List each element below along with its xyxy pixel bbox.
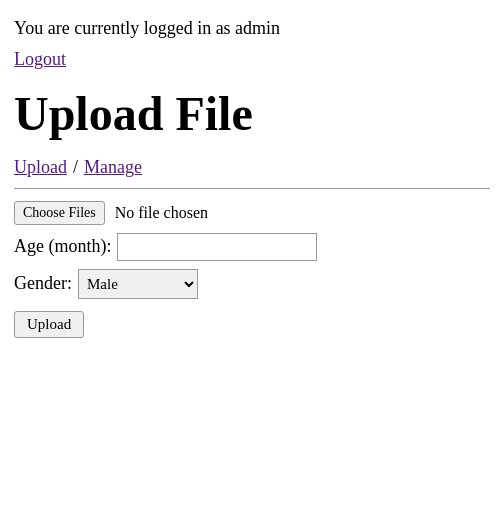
gender-field-row: Gender: Male Female (14, 269, 490, 299)
breadcrumb-upload-link[interactable]: Upload (14, 157, 67, 178)
age-field-row: Age (month): (14, 233, 490, 261)
breadcrumb-manage-link[interactable]: Manage (84, 157, 142, 178)
gender-select[interactable]: Male Female (78, 269, 198, 299)
gender-label: Gender: (14, 273, 72, 294)
breadcrumb-separator: / (73, 157, 78, 178)
no-file-label: No file chosen (115, 204, 208, 222)
page-title: Upload File (14, 88, 490, 141)
age-label: Age (month): (14, 236, 111, 257)
file-input-row: Choose Files No file chosen (14, 201, 490, 225)
upload-button[interactable]: Upload (14, 311, 84, 338)
breadcrumb: Upload / Manage (14, 157, 490, 189)
logout-link[interactable]: Logout (14, 49, 66, 70)
logged-in-text: You are currently logged in as admin (14, 18, 490, 39)
age-input[interactable] (117, 233, 317, 261)
upload-form: Choose Files No file chosen Age (month):… (14, 201, 490, 338)
choose-files-button[interactable]: Choose Files (14, 201, 105, 225)
